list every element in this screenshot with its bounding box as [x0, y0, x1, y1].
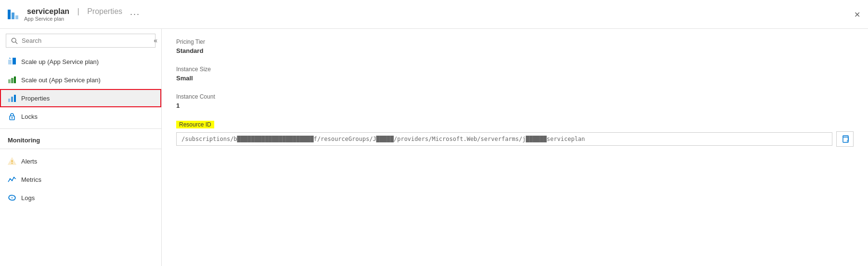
sidebar-item-properties-label: Properties — [21, 95, 50, 102]
svg-rect-3 — [13, 58, 16, 64]
svg-rect-6 — [14, 76, 16, 83]
search-input[interactable] — [22, 37, 150, 44]
title-text: serviceplan | Properties App Service pla… — [24, 7, 125, 22]
resource-id-input[interactable] — [176, 132, 832, 146]
svg-rect-8 — [11, 97, 13, 102]
close-button[interactable]: ✕ — [854, 10, 860, 19]
title-bar: serviceplan | Properties App Service pla… — [0, 0, 868, 29]
resource-type: App Service plan — [24, 16, 125, 22]
instance-count-label: Instance Count — [176, 93, 854, 100]
scale-out-icon — [8, 76, 16, 84]
sidebar-item-locks[interactable]: Locks — [0, 107, 161, 126]
svg-line-1 — [15, 42, 17, 44]
sidebar-item-properties[interactable]: Properties — [0, 89, 161, 107]
sidebar-divider — [0, 128, 161, 129]
sidebar-section-monitoring: Monitoring — [0, 132, 161, 146]
svg-point-20 — [11, 197, 13, 199]
scale-up-icon — [8, 57, 16, 66]
resource-id-row — [176, 131, 854, 147]
svg-point-11 — [12, 117, 13, 119]
content-area: Pricing Tier Standard Instance Size Smal… — [162, 29, 868, 266]
svg-point-15 — [10, 178, 11, 180]
sidebar-item-locks-label: Locks — [21, 113, 38, 120]
sidebar-item-alerts-label: Alerts — [21, 158, 37, 165]
sidebar-item-scale-up[interactable]: Scale up (App Service plan) — [0, 52, 161, 71]
search-bar[interactable] — [6, 34, 155, 48]
page-title: serviceplan | Properties — [24, 7, 125, 16]
instance-size-value: Small — [176, 75, 854, 82]
resource-id-label: Resource ID — [176, 121, 214, 128]
copy-icon — [841, 135, 849, 143]
svg-rect-5 — [11, 78, 13, 83]
collapse-sidebar-button[interactable]: « — [150, 35, 161, 46]
svg-point-0 — [12, 38, 16, 42]
sidebar-item-scale-up-label: Scale up (App Service plan) — [21, 58, 99, 65]
instance-count-value: 1 — [176, 102, 854, 109]
sidebar-item-scale-out[interactable]: Scale out (App Service plan) — [0, 71, 161, 89]
sidebar-item-metrics[interactable]: Metrics — [0, 170, 161, 189]
sidebar-section-divider — [0, 149, 161, 149]
sidebar-item-logs-label: Logs — [21, 194, 35, 202]
svg-rect-2 — [8, 60, 12, 64]
instance-count-section: Instance Count 1 — [176, 93, 854, 109]
pricing-tier-section: Pricing Tier Standard — [176, 38, 854, 54]
svg-point-17 — [13, 177, 15, 178]
properties-icon — [8, 94, 16, 102]
resource-id-section: Resource ID — [176, 121, 854, 147]
locks-icon — [8, 112, 16, 121]
sidebar: « Scale up (App Service plan) Scale out … — [0, 29, 162, 266]
svg-rect-4 — [8, 79, 11, 83]
metrics-icon — [8, 175, 16, 184]
pricing-tier-label: Pricing Tier — [176, 38, 854, 45]
instance-size-label: Instance Size — [176, 66, 854, 73]
svg-rect-7 — [8, 99, 10, 102]
alerts-icon — [8, 157, 16, 165]
sidebar-item-logs[interactable]: Logs — [0, 189, 161, 207]
logs-icon — [8, 193, 16, 202]
svg-point-16 — [12, 180, 13, 181]
svg-point-14 — [12, 163, 13, 164]
search-icon — [11, 38, 18, 44]
sidebar-item-metrics-label: Metrics — [21, 176, 41, 183]
svg-rect-21 — [843, 137, 848, 142]
svg-rect-9 — [14, 95, 16, 102]
more-options-button[interactable]: ··· — [130, 9, 140, 19]
app-icon — [8, 10, 18, 19]
resource-name: serviceplan — [27, 7, 69, 15]
pricing-tier-value: Standard — [176, 47, 854, 54]
instance-size-section: Instance Size Small — [176, 66, 854, 82]
sidebar-item-scale-out-label: Scale out (App Service plan) — [21, 76, 101, 84]
copy-resource-id-button[interactable] — [836, 131, 854, 147]
sidebar-item-alerts[interactable]: Alerts — [0, 152, 161, 170]
page-section: Properties — [87, 7, 122, 15]
main-content: « Scale up (App Service plan) Scale out … — [0, 29, 868, 266]
